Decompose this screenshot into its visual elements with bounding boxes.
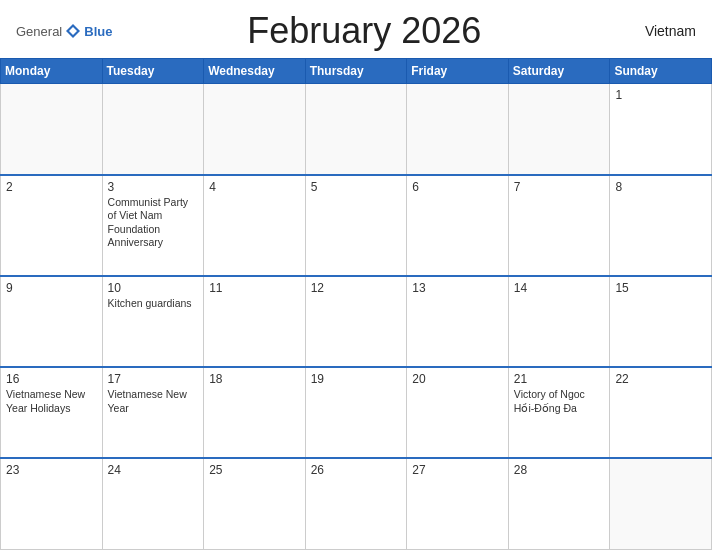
calendar-title: February 2026: [112, 10, 616, 52]
week-row-3: 16Vietnamese New Year Holidays17Vietname…: [1, 367, 712, 458]
weekday-header-row: MondayTuesdayWednesdayThursdayFridaySatu…: [1, 59, 712, 84]
day-number: 16: [6, 372, 97, 386]
calendar-cell: [102, 84, 204, 175]
calendar-header: General Blue February 2026 Vietnam: [0, 0, 712, 58]
calendar-cell: 26: [305, 458, 407, 549]
weekday-header-saturday: Saturday: [508, 59, 610, 84]
country-name: Vietnam: [616, 23, 696, 39]
day-number: 1: [615, 88, 706, 102]
day-number: 10: [108, 281, 199, 295]
calendar-cell: [610, 458, 712, 549]
day-number: 14: [514, 281, 605, 295]
day-number: 28: [514, 463, 605, 477]
week-row-2: 910Kitchen guardians1112131415: [1, 276, 712, 367]
day-number: 13: [412, 281, 503, 295]
event-text: Communist Party of Viet Nam Foundation A…: [108, 196, 189, 249]
calendar-cell: 11: [204, 276, 306, 367]
weekday-header-tuesday: Tuesday: [102, 59, 204, 84]
calendar-cell: [508, 84, 610, 175]
day-number: 6: [412, 180, 503, 194]
calendar-cell: [407, 84, 509, 175]
week-row-1: 23Communist Party of Viet Nam Foundation…: [1, 175, 712, 277]
calendar-cell: 19: [305, 367, 407, 458]
calendar-cell: [1, 84, 103, 175]
day-number: 7: [514, 180, 605, 194]
calendar-cell: 10Kitchen guardians: [102, 276, 204, 367]
calendar-cell: 20: [407, 367, 509, 458]
week-row-0: 1: [1, 84, 712, 175]
day-number: 23: [6, 463, 97, 477]
calendar-cell: 22: [610, 367, 712, 458]
logo: General Blue: [16, 22, 112, 40]
calendar-cell: 16Vietnamese New Year Holidays: [1, 367, 103, 458]
day-number: 25: [209, 463, 300, 477]
weekday-header-friday: Friday: [407, 59, 509, 84]
weekday-header-monday: Monday: [1, 59, 103, 84]
logo-general-text: General: [16, 24, 62, 39]
calendar-cell: 23: [1, 458, 103, 549]
calendar-cell: 28: [508, 458, 610, 549]
day-number: 12: [311, 281, 402, 295]
day-number: 3: [108, 180, 199, 194]
day-number: 19: [311, 372, 402, 386]
calendar-cell: 18: [204, 367, 306, 458]
day-number: 20: [412, 372, 503, 386]
calendar-cell: 7: [508, 175, 610, 277]
week-row-4: 232425262728: [1, 458, 712, 549]
calendar-cell: 3Communist Party of Viet Nam Foundation …: [102, 175, 204, 277]
day-number: 21: [514, 372, 605, 386]
calendar-cell: 6: [407, 175, 509, 277]
calendar-cell: 2: [1, 175, 103, 277]
calendar-cell: 13: [407, 276, 509, 367]
event-text: Victory of Ngoc Hồi-Đống Đa: [514, 388, 585, 414]
calendar-cell: 21Victory of Ngoc Hồi-Đống Đa: [508, 367, 610, 458]
calendar-cell: 27: [407, 458, 509, 549]
day-number: 17: [108, 372, 199, 386]
day-number: 26: [311, 463, 402, 477]
calendar-cell: 17Vietnamese New Year: [102, 367, 204, 458]
calendar-cell: 1: [610, 84, 712, 175]
day-number: 2: [6, 180, 97, 194]
calendar-cell: 5: [305, 175, 407, 277]
logo-icon: [64, 22, 82, 40]
calendar-cell: 15: [610, 276, 712, 367]
logo-blue-text: Blue: [84, 24, 112, 39]
calendar-cell: 14: [508, 276, 610, 367]
calendar-cell: [204, 84, 306, 175]
day-number: 8: [615, 180, 706, 194]
event-text: Vietnamese New Year: [108, 388, 187, 414]
day-number: 22: [615, 372, 706, 386]
day-number: 9: [6, 281, 97, 295]
calendar-cell: 25: [204, 458, 306, 549]
calendar-table: MondayTuesdayWednesdayThursdayFridaySatu…: [0, 58, 712, 550]
day-number: 27: [412, 463, 503, 477]
day-number: 4: [209, 180, 300, 194]
day-number: 24: [108, 463, 199, 477]
day-number: 18: [209, 372, 300, 386]
weekday-header-sunday: Sunday: [610, 59, 712, 84]
calendar-cell: 24: [102, 458, 204, 549]
event-text: Kitchen guardians: [108, 297, 192, 309]
event-text: Vietnamese New Year Holidays: [6, 388, 85, 414]
calendar-cell: 8: [610, 175, 712, 277]
calendar-container: General Blue February 2026 Vietnam Monda…: [0, 0, 712, 550]
day-number: 5: [311, 180, 402, 194]
calendar-cell: 12: [305, 276, 407, 367]
calendar-cell: 4: [204, 175, 306, 277]
weekday-header-wednesday: Wednesday: [204, 59, 306, 84]
day-number: 11: [209, 281, 300, 295]
calendar-cell: [305, 84, 407, 175]
day-number: 15: [615, 281, 706, 295]
calendar-cell: 9: [1, 276, 103, 367]
weekday-header-thursday: Thursday: [305, 59, 407, 84]
